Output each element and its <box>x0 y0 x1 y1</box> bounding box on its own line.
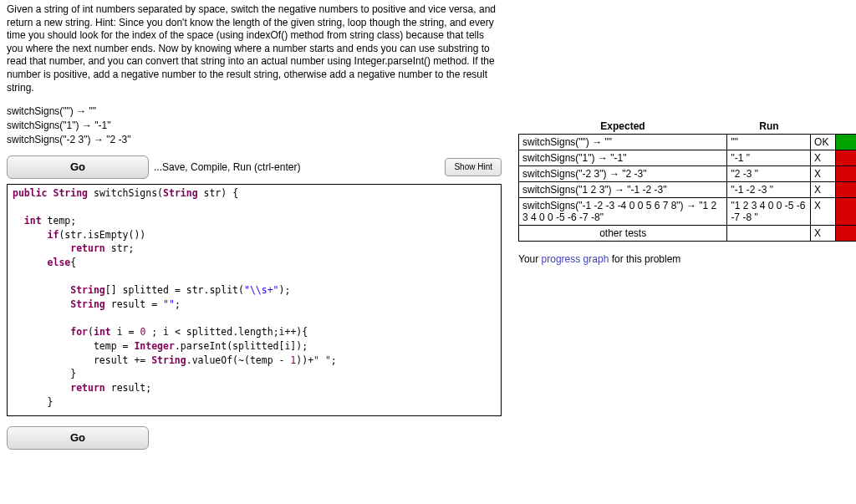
progress-graph-line: Your progress graph for this problem <box>518 253 856 265</box>
results-table: Expected Run switchSigns("") → """"OKswi… <box>518 120 856 242</box>
result-row: switchSigns("-1 -2 -3 -4 0 0 5 6 7 8") →… <box>519 198 857 226</box>
result-row-other: other testsX <box>519 226 857 242</box>
save-compile-run-label: ...Save, Compile, Run (ctrl-enter) <box>154 161 300 173</box>
progress-graph-link[interactable]: progress graph <box>542 253 609 265</box>
example-line: switchSigns("-2 3") → "2 -3" <box>7 133 502 147</box>
go-button-bottom[interactable]: Go <box>7 426 149 450</box>
show-hint-button[interactable]: Show Hint <box>445 158 502 176</box>
result-row: switchSigns("1 2 3") → "-1 -2 -3""-1 -2 … <box>519 182 857 198</box>
header-run: Run <box>727 120 811 134</box>
example-line: switchSigns("1") → "-1" <box>7 119 502 133</box>
result-row: switchSigns("-2 3") → "2 -3""2 -3 "X <box>519 166 857 182</box>
result-row: switchSigns("") → """"OK <box>519 135 857 150</box>
example-line: switchSigns("") → "" <box>7 104 502 119</box>
code-editor[interactable]: public String switchSigns(String str) { … <box>7 184 502 416</box>
examples-block: switchSigns("") → "" switchSigns("1") → … <box>7 104 502 146</box>
header-expected: Expected <box>518 120 727 134</box>
problem-description: Given a string of int numbers separated … <box>7 3 502 94</box>
go-button[interactable]: Go <box>7 155 149 179</box>
result-row: switchSigns("1") → "-1""-1 "X <box>519 150 857 166</box>
